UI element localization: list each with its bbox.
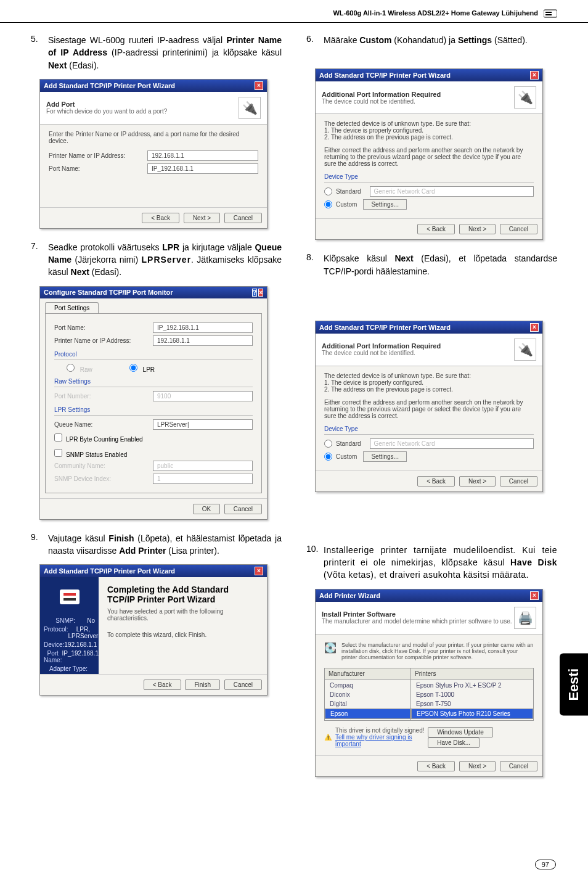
next-button[interactable]: Next > (459, 761, 496, 771)
svg-rect-3 (60, 589, 80, 604)
next-button[interactable]: Next > (459, 224, 496, 234)
dialog-add-printer-wizard: Add Printer Wizard × Install Printer Sof… (315, 589, 543, 777)
portname-label: Port Name: (54, 324, 153, 331)
ip-label: Printer Name or IP Address: (54, 337, 153, 344)
back-button[interactable]: < Back (417, 224, 455, 234)
list-item[interactable]: Diconix (325, 690, 410, 699)
step-5: 5. Sisestage WL-600g ruuteri IP-aadress … (31, 34, 282, 72)
printer-list[interactable]: Epson Stylus Pro XL+ ESC/P 2 Epson T-100… (411, 680, 533, 720)
windows-update-button[interactable]: Windows Update (428, 727, 493, 737)
col-manufacturer: Manufacturer (325, 668, 410, 680)
radio-standard[interactable]: Standard Generic Network Card (324, 438, 534, 449)
close-icon[interactable]: × (255, 567, 263, 575)
radio-standard[interactable]: Standard Generic Network Card (324, 186, 534, 197)
close-icon[interactable]: × (255, 81, 263, 90)
section-raw: Raw Settings (54, 378, 253, 385)
dialog-port-monitor: Configure Standard TCP/IP Port Monitor ?… (39, 286, 267, 520)
standard-type-select: Generic Network Card (370, 186, 534, 197)
snmp-index-label: SNMP Device Index: (54, 475, 153, 482)
chk-byte-counting[interactable]: LPR Byte Counting Enabled (54, 433, 253, 443)
cancel-button[interactable]: Cancel (224, 504, 262, 514)
dialog-add-port: Add Standard TCP/IP Printer Port Wizard … (39, 79, 267, 229)
svg-rect-1 (545, 12, 552, 13)
close-icon[interactable]: × (258, 289, 263, 297)
dialog-desc: Enter the Printer Name or IP address, an… (49, 131, 258, 144)
radio-lpr[interactable]: LPR (129, 364, 155, 373)
list-item[interactable]: Epson T-750 (411, 699, 533, 708)
dialog-title: Configure Standard TCP/IP Port Monitor (44, 289, 173, 296)
col-printers: Printers (411, 668, 533, 680)
list-item[interactable]: Digital (325, 699, 410, 708)
step-9-text: Vajutage käsul Finish (Lõpeta), et hääle… (48, 532, 282, 557)
step-10: 10. Installeerige printer tarnijate mude… (306, 544, 557, 581)
close-icon[interactable]: × (530, 71, 539, 80)
dialog-head-title: Additional Port Information Required (322, 342, 441, 350)
ip-input[interactable] (147, 150, 258, 161)
raw-port-label: Port Number: (54, 393, 153, 400)
step-9-num: 9. (31, 532, 48, 557)
svg-rect-5 (63, 598, 76, 601)
dialog-additional-port-info: Add Standard TCP/IP Printer Port Wizard … (315, 68, 543, 240)
next-button[interactable]: Next > (459, 476, 496, 487)
section-device-type: Device Type (324, 173, 534, 180)
svg-rect-0 (544, 10, 557, 17)
header-title: WL-600g All-in-1 Wireless ADSL2/2+ Home … (333, 9, 538, 17)
printer-port-icon: 🔌 (514, 339, 536, 361)
have-disk-button[interactable]: Have Disk... (428, 737, 480, 748)
dialog-title: Add Printer Wizard (319, 592, 380, 599)
ok-button[interactable]: OK (193, 504, 220, 514)
community-label: Community Name: (54, 462, 153, 469)
list-item[interactable]: Epson (325, 708, 410, 719)
back-button[interactable]: < Back (417, 761, 455, 771)
svg-rect-4 (63, 593, 76, 596)
step-7: 7. Seadke protokolli väärtuseks LPR ja k… (31, 241, 282, 279)
svg-rect-2 (545, 14, 552, 15)
cancel-button[interactable]: Cancel (224, 213, 262, 223)
ip-input[interactable] (153, 335, 253, 346)
portname-input[interactable] (147, 163, 258, 174)
signing-link[interactable]: Tell me why driver signing is important (335, 734, 425, 747)
cancel-button[interactable]: Cancel (500, 761, 537, 771)
dialog-head-sub: The manufacturer and model determine whi… (322, 618, 512, 625)
list-item[interactable]: Compaq (325, 681, 410, 690)
list-item[interactable]: Epson Stylus Pro XL+ ESC/P 2 (411, 681, 533, 690)
dialog-title: Add Standard TCP/IP Printer Port Wizard (319, 324, 451, 331)
radio-custom[interactable]: Custom Settings... (324, 451, 534, 462)
portname-input[interactable] (153, 322, 253, 333)
settings-button[interactable]: Settings... (363, 451, 406, 462)
step-5-text: Sisestage WL-600g ruuteri IP-aadress väl… (48, 34, 282, 72)
back-button[interactable]: < Back (142, 213, 179, 223)
step-6: 6. Määrake Custom (Kohandatud) ja Settin… (306, 34, 557, 46)
manufacturer-list[interactable]: Compaq Diconix Digital Epson (325, 680, 410, 720)
dialog-title: Add Standard TCP/IP Printer Port Wizard (319, 72, 451, 79)
settings-button[interactable]: Settings... (363, 199, 406, 210)
page-header: WL-600g All-in-1 Wireless ADSL2/2+ Home … (0, 0, 588, 23)
back-button[interactable]: < Back (417, 476, 455, 487)
help-icon[interactable]: ? (252, 289, 257, 297)
close-icon[interactable]: × (530, 323, 539, 332)
ip-label: Printer Name or IP Address: (49, 152, 147, 159)
dialog-head-title: Additional Port Information Required (322, 91, 441, 98)
queue-label: Queue Name: (54, 421, 153, 428)
cancel-button[interactable]: Cancel (500, 476, 537, 487)
cancel-button[interactable]: Cancel (224, 680, 262, 690)
cancel-button[interactable]: Cancel (500, 224, 537, 234)
signed-warning: This driver is not digitally signed! (335, 727, 425, 734)
tab-port-settings[interactable]: Port Settings (45, 302, 99, 313)
list-item[interactable]: Epson T-1000 (411, 690, 533, 699)
portname-label: Port Name: (49, 165, 147, 172)
radio-raw[interactable]: Raw (67, 364, 92, 373)
back-button[interactable]: < Back (144, 680, 181, 690)
radio-custom[interactable]: Custom Settings... (324, 199, 534, 210)
finish-button[interactable]: Finish (185, 680, 220, 690)
close-icon[interactable]: × (530, 591, 539, 600)
snmp-index-input (153, 474, 253, 484)
disk-icon: 💽 (324, 642, 337, 654)
next-button[interactable]: Next > (184, 213, 220, 223)
chk-snmp[interactable]: SNMP Status Enabled (54, 449, 253, 458)
section-lpr: LPR Settings (54, 406, 253, 413)
dialog-completing-wizard: Add Standard TCP/IP Printer Port Wizard … (39, 564, 267, 696)
list-item[interactable]: EPSON Stylus Photo R210 Series (411, 708, 533, 719)
step-6-num: 6. (306, 34, 324, 46)
queue-input[interactable] (153, 419, 253, 430)
